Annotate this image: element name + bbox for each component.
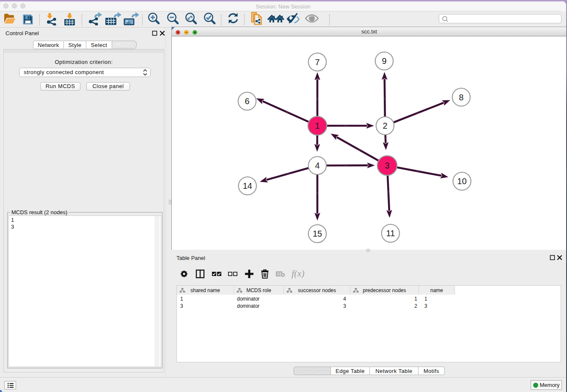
svg-text:15: 15 — [313, 229, 322, 238]
svg-text:3: 3 — [385, 161, 389, 170]
svg-text:1: 1 — [315, 121, 319, 130]
svg-text:6: 6 — [245, 97, 249, 106]
svg-text:8: 8 — [459, 93, 463, 102]
svg-text:14: 14 — [243, 181, 252, 190]
svg-text:11: 11 — [386, 229, 395, 238]
svg-text:2: 2 — [383, 121, 387, 130]
svg-text:7: 7 — [315, 58, 319, 67]
svg-text:10: 10 — [457, 177, 467, 186]
svg-text:9: 9 — [382, 56, 386, 66]
svg-text:4: 4 — [315, 161, 319, 170]
